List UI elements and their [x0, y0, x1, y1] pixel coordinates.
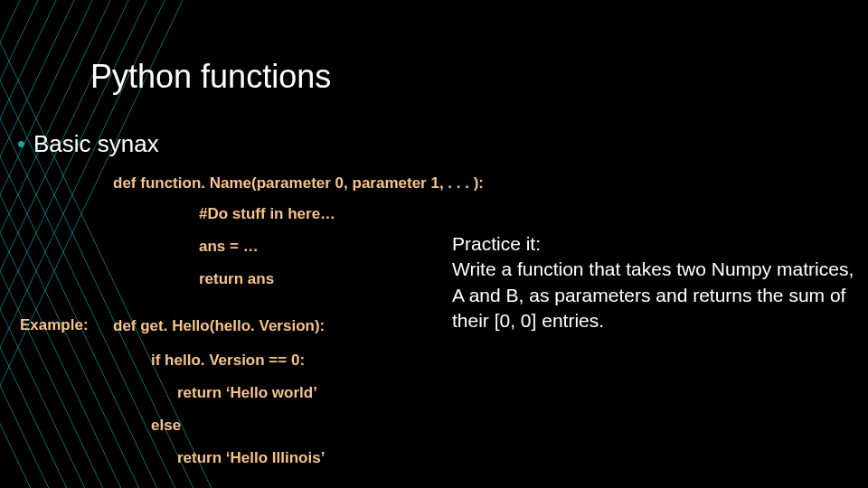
- practice-body: Write a function that takes two Numpy ma…: [452, 257, 863, 333]
- example-line-else: else: [151, 416, 181, 436]
- slide-title: Python functions: [90, 58, 331, 96]
- example-label: Example:: [20, 316, 89, 334]
- example-line-def: def get. Hello(hello. Version):: [113, 316, 325, 337]
- code-line-assign: ans = …: [199, 237, 259, 258]
- code-line-def: def function. Name(parameter 0, paramete…: [113, 174, 484, 194]
- practice-title: Practice it:: [452, 231, 863, 257]
- slide-content: Python functions Basic synax def functio…: [0, 0, 868, 488]
- bullet-item: Basic synax: [18, 130, 159, 158]
- example-line-return2: return ‘Hello Illinois’: [177, 448, 325, 469]
- example-line-return1: return ‘Hello world’: [177, 383, 317, 404]
- code-line-comment: #Do stuff in here…: [199, 204, 335, 225]
- practice-block: Practice it: Write a function that takes…: [452, 231, 863, 333]
- bullet-text: Basic synax: [33, 130, 159, 158]
- example-line-if: if hello. Version == 0:: [151, 351, 305, 371]
- bullet-icon: [18, 141, 24, 147]
- code-line-return: return ans: [199, 269, 274, 290]
